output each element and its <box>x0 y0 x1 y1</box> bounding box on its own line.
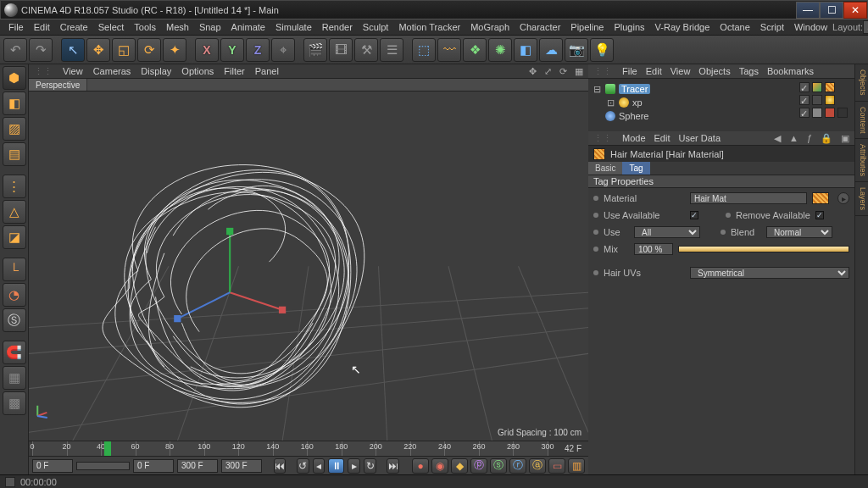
vp-menu-cameras[interactable]: Cameras <box>93 66 131 76</box>
window-minimize-button[interactable]: — <box>796 2 820 19</box>
use-available-checkbox[interactable]: ✓ <box>690 211 698 219</box>
render-queue-button[interactable]: ☰ <box>380 38 403 62</box>
key-frame-view-button[interactable]: ▥ <box>568 458 585 474</box>
menu-octane[interactable]: Octane <box>715 22 754 32</box>
make-editable-button[interactable]: ⬢ <box>3 66 26 90</box>
tag-vis-xp[interactable]: ✓ <box>799 95 810 105</box>
hairuv-select[interactable]: Symmetrical <box>690 267 849 279</box>
attr-menu-userdata[interactable]: User Data <box>679 133 721 143</box>
play-pause-button[interactable]: ⏸ <box>328 458 344 474</box>
material-field[interactable] <box>690 192 807 204</box>
vp-menu-panel[interactable]: Panel <box>255 66 279 76</box>
material-swatch-icon[interactable] <box>812 192 829 204</box>
menu-mesh[interactable]: Mesh <box>161 22 194 32</box>
menu-character[interactable]: Character <box>515 22 565 32</box>
tag-xp-xp[interactable] <box>825 95 835 105</box>
blend-select[interactable]: Normal <box>766 226 832 238</box>
render-settings-button[interactable]: ⚒ <box>354 38 378 62</box>
loop-fwd-button[interactable]: ↻ <box>364 458 376 474</box>
vp-menu-filter[interactable]: Filter <box>224 66 244 76</box>
axis-y-toggle[interactable]: Y <box>220 38 244 62</box>
add-environment-button[interactable]: ☁ <box>539 38 563 62</box>
mini-scrub-bar[interactable] <box>76 462 130 470</box>
menu-window[interactable]: Window <box>789 22 832 32</box>
add-spline-button[interactable]: 〰 <box>437 38 461 62</box>
menu-tools[interactable]: Tools <box>129 22 161 32</box>
tweak-mode-button[interactable]: Ⓢ <box>3 308 26 332</box>
render-view-button[interactable]: 🎬 <box>303 38 327 62</box>
obj-menu-objects[interactable]: Objects <box>698 66 730 76</box>
menu-plugins[interactable]: Plugins <box>609 22 649 32</box>
tag-hairmat-tracer[interactable] <box>812 82 822 92</box>
loop-back-button[interactable]: ↺ <box>297 458 309 474</box>
vp-nav-rotate-icon[interactable]: ⟳ <box>559 66 567 76</box>
attr-nav-new-icon[interactable]: ▣ <box>841 133 849 144</box>
axis-z-toggle[interactable]: Z <box>246 38 270 62</box>
undo-button[interactable]: ↶ <box>3 38 27 62</box>
move-tool[interactable]: ✥ <box>86 38 110 62</box>
keyframe-sel-button[interactable]: ◆ <box>451 458 468 474</box>
tag-hair-tracer[interactable] <box>825 82 835 92</box>
side-tab-content[interactable]: Content <box>855 102 868 140</box>
menu-vraybridge[interactable]: V-Ray Bridge <box>650 22 715 32</box>
live-select-tool[interactable]: ↖ <box>61 38 85 62</box>
material-picker-button[interactable]: ▸ <box>837 192 849 204</box>
points-mode-button[interactable]: ⋮ <box>3 175 26 198</box>
vp-menu-display[interactable]: Display <box>141 66 171 76</box>
attr-nav-fn-icon[interactable]: ƒ <box>807 133 812 143</box>
add-deformer-button[interactable]: ◧ <box>514 38 537 62</box>
axis-x-toggle[interactable]: X <box>195 38 219 62</box>
vp-menu-options[interactable]: Options <box>181 66 214 76</box>
attr-menu-mode[interactable]: Mode <box>622 133 646 143</box>
viewport-tab-perspective[interactable]: Perspective <box>29 79 87 91</box>
key-scale-button[interactable]: ⓢ <box>490 458 507 474</box>
remove-available-checkbox[interactable]: ✓ <box>815 211 824 219</box>
go-end-button[interactable]: ⏭ <box>387 458 399 474</box>
coord-system-button[interactable]: ⌖ <box>271 38 295 62</box>
key-pla-button[interactable]: ▭ <box>548 458 565 474</box>
menu-animate[interactable]: Animate <box>226 22 270 32</box>
record-key-button[interactable]: ● <box>412 458 429 474</box>
menu-select[interactable]: Select <box>93 22 130 32</box>
obj-menu-tags[interactable]: Tags <box>739 66 759 76</box>
menu-sculpt[interactable]: Sculpt <box>358 22 394 32</box>
menu-create[interactable]: Create <box>55 22 93 32</box>
soft-select-button[interactable]: ◔ <box>3 283 26 307</box>
menu-motiontracker[interactable]: Motion Tracker <box>393 22 465 32</box>
vp-nav-layout-icon[interactable]: ▦ <box>575 66 583 76</box>
window-close-button[interactable]: ✕ <box>843 2 867 19</box>
add-primitive-button[interactable]: ⬚ <box>412 38 436 62</box>
attr-nav-up-icon[interactable]: ▲ <box>789 133 798 143</box>
menu-script[interactable]: Script <box>755 22 789 32</box>
layout-select[interactable] <box>863 20 868 34</box>
attr-tab-tag[interactable]: Tag <box>622 162 649 175</box>
viewport-3d-view[interactable]: ↖ Grid Spacing : 100 cm <box>29 92 588 441</box>
scale-tool[interactable]: ◱ <box>112 38 136 62</box>
obj-menu-view[interactable]: View <box>670 66 691 76</box>
workplane-lock-button[interactable]: ▦ <box>3 366 26 390</box>
edges-mode-button[interactable]: △ <box>3 200 26 224</box>
range-end-field[interactable] <box>177 459 218 473</box>
obj-menu-file[interactable]: File <box>622 66 637 76</box>
redo-button[interactable]: ↷ <box>29 38 53 62</box>
menu-render[interactable]: Render <box>317 22 358 32</box>
key-param-button[interactable]: ⓐ <box>529 458 546 474</box>
key-rot-button[interactable]: ⓡ <box>509 458 526 474</box>
tag-phong-sphere[interactable] <box>812 108 822 118</box>
add-light-button[interactable]: 💡 <box>590 38 614 62</box>
menu-file[interactable]: File <box>3 22 29 32</box>
step-back-button[interactable]: ◂ <box>313 458 326 474</box>
render-pv-button[interactable]: 🎞 <box>329 38 353 62</box>
tag-vis-tracer[interactable]: ✓ <box>799 82 810 92</box>
attr-nav-lock-icon[interactable]: 🔒 <box>821 133 832 144</box>
menu-simulate[interactable]: Simulate <box>270 22 317 32</box>
polys-mode-button[interactable]: ◪ <box>3 225 26 249</box>
menu-snap[interactable]: Snap <box>194 22 226 32</box>
add-generator2-button[interactable]: ✺ <box>488 38 512 62</box>
go-start-button[interactable]: ⏮ <box>274 458 287 474</box>
vp-nav-zoom-icon[interactable]: ⤢ <box>544 66 552 76</box>
tag-display-xp[interactable] <box>812 95 822 105</box>
key-pos-button[interactable]: ⓟ <box>470 458 487 474</box>
range-start-field[interactable] <box>32 459 73 473</box>
tag-vis-sphere[interactable]: ✓ <box>799 108 810 118</box>
